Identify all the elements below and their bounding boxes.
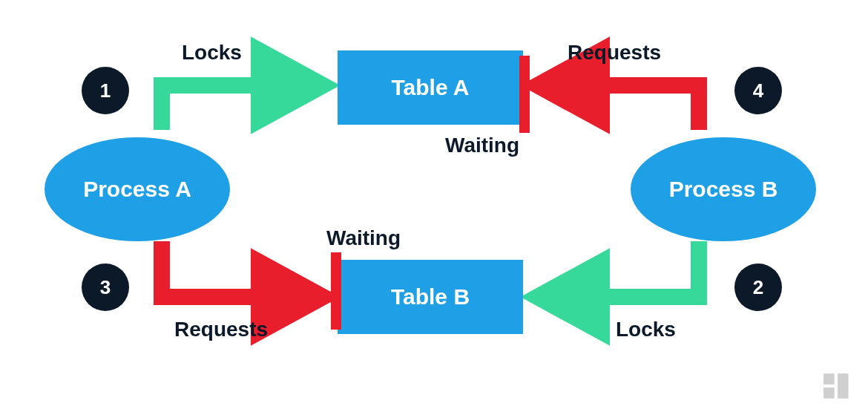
process-a-label: Process A: [83, 177, 191, 202]
step-badge-2-text: 2: [753, 276, 763, 299]
waiting-bar-table-a: [519, 56, 530, 133]
waiting-bar-table-b: [331, 252, 341, 330]
svg-rect-0: [823, 373, 835, 385]
process-b-label: Process B: [669, 177, 778, 202]
label-requests-right: Requests: [568, 41, 661, 65]
step-badge-4: 4: [734, 67, 782, 114]
label-locks-right: Locks: [616, 318, 676, 341]
label-waiting-bottom: Waiting: [326, 226, 401, 250]
step-badge-2: 2: [734, 264, 782, 311]
table-b-label: Table B: [391, 284, 470, 310]
table-b-node: Table B: [338, 260, 523, 334]
svg-rect-2: [838, 373, 849, 399]
step-badge-3: 3: [82, 264, 129, 311]
step-badge-3-text: 3: [100, 276, 111, 299]
step-badge-4-text: 4: [753, 79, 763, 102]
table-a-node: Table A: [338, 50, 523, 125]
process-a-node: Process A: [45, 137, 230, 241]
arrow-processB-locks-tableB: [542, 241, 699, 297]
label-requests-left: Requests: [174, 318, 268, 341]
svg-rect-1: [823, 387, 835, 399]
toptal-logo-icon: [823, 373, 855, 399]
arrow-processB-requests-tableA: [542, 85, 699, 130]
step-badge-1: 1: [82, 67, 129, 114]
step-badge-1-text: 1: [100, 79, 111, 102]
process-b-node: Process B: [631, 137, 816, 241]
table-a-label: Table A: [391, 75, 469, 100]
label-waiting-top: Waiting: [445, 134, 519, 157]
arrow-processA-locks-tableA: [162, 85, 319, 130]
label-locks-left: Locks: [182, 41, 242, 65]
arrow-processA-requests-tableB: [162, 241, 319, 297]
